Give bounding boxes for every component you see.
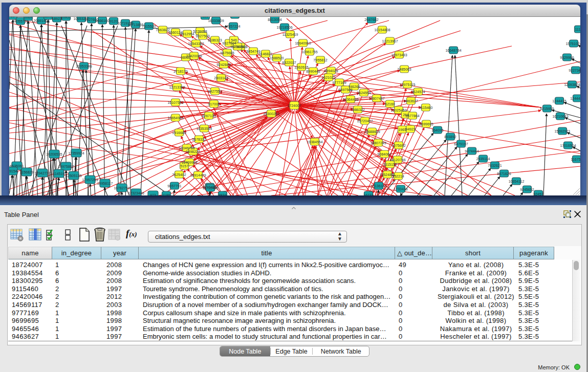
svg-text:5157: 5157 [180,164,188,168]
svg-text:8990448: 8990448 [306,70,320,73]
svg-text:1362615: 1362615 [294,65,308,69]
svg-text:10688609: 10688609 [364,130,380,134]
svg-text:20053346: 20053346 [76,64,92,68]
svg-text:16033809: 16033809 [208,19,224,23]
svg-text:917006: 917006 [208,102,220,106]
svg-text:9146821: 9146821 [258,52,272,56]
svg-text:12942737: 12942737 [34,171,50,175]
svg-text:1498222: 1498222 [186,150,200,154]
svg-text:12213967: 12213967 [382,39,398,43]
svg-text:2935114: 2935114 [476,157,490,161]
svg-text:9875686: 9875686 [230,45,244,49]
svg-text:11353594: 11353594 [197,127,212,130]
svg-text:1244415: 1244415 [552,99,566,103]
svg-text:94923: 94923 [405,127,416,131]
svg-text:8912954: 8912954 [180,32,194,36]
svg-text:10025453: 10025453 [390,108,406,112]
svg-text:98961: 98961 [181,56,191,59]
svg-text:20: 20 [11,17,15,18]
svg-text:1621022: 1621022 [321,76,335,79]
svg-text:1916685: 1916685 [172,131,186,135]
svg-text:17957253: 17957253 [82,178,98,182]
svg-text:7515520: 7515520 [142,25,156,28]
svg-text:16733: 16733 [363,193,374,196]
svg-text:19218506: 19218506 [276,26,292,29]
svg-text:8834: 8834 [219,193,227,196]
svg-text:5678332: 5678332 [192,138,206,141]
svg-text:9327503: 9327503 [195,34,209,38]
svg-text:6466160: 6466160 [95,19,109,23]
svg-text:8322037: 8322037 [282,61,296,64]
svg-text:19384554: 19384554 [307,140,322,144]
svg-text:1244419: 1244419 [570,97,580,100]
svg-text:24055724: 24055724 [12,19,28,23]
svg-text:15720407: 15720407 [357,119,373,123]
svg-text:18807249: 18807249 [370,141,386,145]
svg-text:16543382: 16543382 [188,42,204,46]
svg-text:8813054: 8813054 [268,18,281,21]
svg-text:973: 973 [150,193,156,196]
svg-text:116753: 116753 [571,158,580,161]
svg-text:1156829: 1156829 [20,170,34,174]
svg-text:9227342: 9227342 [569,69,580,72]
svg-text:10807487: 10807487 [368,97,384,100]
svg-text:16107553: 16107553 [167,101,183,104]
svg-text:25300293: 25300293 [263,112,279,116]
svg-text:10961755: 10961755 [301,50,317,54]
svg-text:12213389: 12213389 [169,85,185,89]
svg-text:16782759: 16782759 [114,186,129,190]
svg-text:1075692: 1075692 [391,144,405,147]
svg-text:12505135: 12505135 [66,174,81,178]
svg-text:9875685: 9875685 [220,51,234,55]
svg-text:9115460: 9115460 [419,106,433,110]
svg-text:12093874: 12093874 [564,83,580,86]
svg-text:11716485: 11716485 [203,186,219,190]
svg-text:252214: 252214 [392,174,404,178]
svg-text:9245652: 9245652 [520,188,534,191]
svg-text:16713855: 16713855 [127,23,143,27]
svg-text:546: 546 [231,38,237,42]
svg-text:8454749: 8454749 [246,50,260,53]
svg-text:2718170: 2718170 [173,70,187,73]
svg-text:10973493: 10973493 [391,53,407,57]
svg-text:7986322: 7986322 [351,108,364,112]
svg-text:10951: 10951 [61,17,71,19]
svg-text:17016504: 17016504 [560,144,576,147]
svg-text:1186: 1186 [162,193,170,196]
svg-text:114519: 114519 [53,172,65,176]
svg-text:15751074: 15751074 [565,42,580,46]
svg-text:9242848: 9242848 [216,63,230,67]
svg-text:9329966: 9329966 [560,56,574,59]
svg-text:7632621: 7632621 [488,164,502,167]
svg-text:7485063: 7485063 [397,68,411,71]
svg-text:10654943: 10654943 [167,116,183,120]
svg-text:9657791: 9657791 [167,184,181,188]
svg-text:5226058: 5226058 [193,30,207,33]
svg-text:10654112: 10654112 [509,180,525,183]
svg-text:9120: 9120 [110,19,118,23]
svg-text:9084067: 9084067 [377,152,391,156]
svg-text:6497568: 6497568 [338,88,352,92]
svg-text:21364436: 21364436 [342,98,358,101]
svg-text:10154808: 10154808 [374,28,390,32]
svg-text:7663822: 7663822 [156,28,169,32]
svg-text:17359924: 17359924 [68,151,84,155]
svg-text:8471626: 8471626 [497,172,511,176]
svg-text:3624574: 3624574 [411,90,425,94]
svg-text:11325419: 11325419 [282,33,298,36]
svg-text:3624554: 3624554 [357,91,371,95]
svg-text:16046788: 16046788 [179,146,194,150]
svg-text:39154: 39154 [9,169,17,173]
svg-text:9777169: 9777169 [332,81,346,84]
svg-text:9474444: 9474444 [465,149,478,153]
svg-text:12975115: 12975115 [400,83,416,86]
svg-text:7857224: 7857224 [226,25,240,28]
svg-text:8267130: 8267130 [202,114,215,118]
svg-text:8186323: 8186323 [208,38,222,42]
svg-text:16409948: 16409948 [181,161,197,164]
svg-text:2069: 2069 [24,17,32,19]
svg-text:15692971: 15692971 [554,129,570,133]
svg-text:7955812: 7955812 [313,58,327,62]
svg-text:12323446: 12323446 [128,191,144,195]
svg-text:1733426: 1733426 [394,187,407,191]
